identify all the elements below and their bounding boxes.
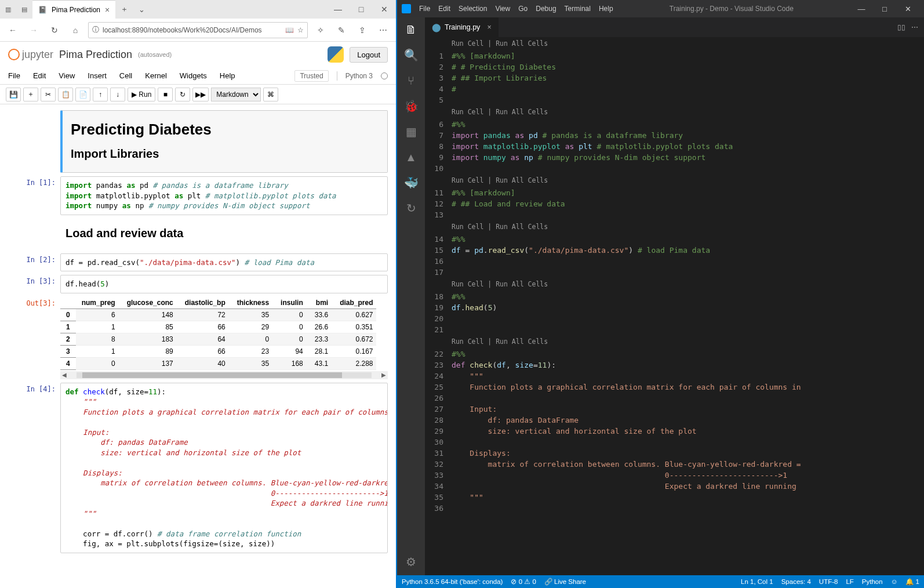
maximize-button[interactable]: □ xyxy=(350,5,373,14)
menu-view[interactable]: View xyxy=(59,71,75,80)
encoding-status[interactable]: UTF-8 xyxy=(819,578,838,585)
extensions-icon[interactable]: ▦ xyxy=(403,124,419,139)
code-line[interactable]: 29 size: vertical and horizontal size of… xyxy=(425,426,924,437)
liveshare-icon[interactable]: ↻ xyxy=(403,201,419,216)
notebook-body[interactable]: Predicting Diabetes Import Libraries In … xyxy=(0,104,396,588)
menu-help[interactable]: Help xyxy=(220,71,235,80)
code-line[interactable]: 9import numpy as np # numpy provides N-d… xyxy=(425,152,924,163)
favorites-icon[interactable]: ✧ xyxy=(312,22,329,38)
run-button[interactable]: ▶ Run xyxy=(128,88,155,101)
cursor-position[interactable]: Ln 1, Col 1 xyxy=(741,578,773,585)
code-line[interactable]: 7import pandas as pd # pandas is a dataf… xyxy=(425,130,924,141)
code-line[interactable]: 12# ## Load and review data xyxy=(425,198,924,209)
menu-help[interactable]: Help xyxy=(599,5,613,13)
codelens[interactable]: Run Cell | Run All Cells xyxy=(425,107,924,118)
notification-bell[interactable]: 🔔 1 xyxy=(905,578,919,586)
codelens[interactable]: Run Cell | Run All Cells xyxy=(425,38,924,49)
codelens[interactable]: Run Cell | Run All Cells xyxy=(425,279,924,290)
back-button[interactable]: ← xyxy=(5,22,21,38)
markdown-cell[interactable]: Load and review data xyxy=(8,219,388,250)
code-line[interactable]: 19df.head(5) xyxy=(425,302,924,313)
trusted-label[interactable]: Trusted xyxy=(294,70,328,82)
problems-count[interactable]: ⊘ 0 ⚠ 0 xyxy=(511,578,536,586)
menu-selection[interactable]: Selection xyxy=(459,5,487,13)
copy-button[interactable]: 📋 xyxy=(58,88,73,101)
logout-button[interactable]: Logout xyxy=(350,47,388,63)
interrupt-button[interactable]: ■ xyxy=(158,88,173,101)
debug-icon[interactable]: 🐞 xyxy=(403,99,419,114)
menu-terminal[interactable]: Terminal xyxy=(565,5,591,13)
menu-file[interactable]: File xyxy=(8,71,20,80)
restart-button[interactable]: ↻ xyxy=(175,88,190,101)
menu-cell[interactable]: Cell xyxy=(119,71,132,80)
code-line[interactable]: 26 xyxy=(425,393,924,404)
menu-insert[interactable]: Insert xyxy=(88,71,107,80)
code-line[interactable]: 2# # Predicting Diabetes xyxy=(425,61,924,72)
code-editor[interactable]: Run Cell | Run All Cells1#%% [markdown]2… xyxy=(425,37,924,575)
code-line[interactable]: 23def check(df, size=11): xyxy=(425,360,924,371)
menu-kernel[interactable]: Kernel xyxy=(145,71,167,80)
codelens[interactable]: Run Cell | Run All Cells xyxy=(425,222,924,233)
code-cell[interactable]: In [1]: import pandas as pd # pandas is … xyxy=(8,176,388,215)
menu-edit[interactable]: Edit xyxy=(33,71,46,80)
code-line[interactable]: 25 Function plots a graphical correlatio… xyxy=(425,382,924,393)
code-line[interactable]: 18#%% xyxy=(425,291,924,302)
code-line[interactable]: 8import matplotlib.pyplot as plt # matpl… xyxy=(425,141,924,152)
code-line[interactable]: 10 xyxy=(425,163,924,174)
dataframe-output[interactable]: num_pregglucose_concdiastolic_bpthicknes… xyxy=(60,297,376,370)
indent-status[interactable]: Spaces: 4 xyxy=(781,578,811,585)
code-line[interactable]: 1#%% [markdown] xyxy=(425,50,924,61)
move-down-button[interactable]: ↓ xyxy=(110,88,125,101)
minimize-button[interactable]: — xyxy=(850,5,873,13)
code-line[interactable]: 31 Displays: xyxy=(425,448,924,459)
code-input[interactable]: df.head(5) xyxy=(60,275,388,293)
split-editor-icon[interactable]: ▯▯ xyxy=(897,23,905,31)
code-line[interactable]: 5 xyxy=(425,95,924,106)
code-line[interactable]: 15df = pd.read_csv("./data/pima-data.csv… xyxy=(425,245,924,256)
code-line[interactable]: 30 xyxy=(425,437,924,448)
add-cell-button[interactable]: ＋ xyxy=(23,88,38,101)
codelens[interactable]: Run Cell | Run All Cells xyxy=(425,175,924,186)
maximize-button[interactable]: □ xyxy=(873,5,896,13)
python-env[interactable]: Python 3.6.5 64-bit ('base': conda) xyxy=(402,578,503,585)
jupyter-logo[interactable]: jupyter xyxy=(8,49,53,61)
restart-run-button[interactable]: ▶▶ xyxy=(192,88,209,101)
code-line[interactable]: 3# ## Import Libraries xyxy=(425,72,924,84)
code-line[interactable]: 16 xyxy=(425,256,924,267)
site-info-icon[interactable]: ⓘ xyxy=(92,25,99,35)
favorite-star-icon[interactable]: ☆ xyxy=(297,26,304,34)
menu-widgets[interactable]: Widgets xyxy=(180,71,207,80)
command-palette-button[interactable]: ⌘ xyxy=(263,88,278,101)
code-line[interactable]: 21 xyxy=(425,324,924,335)
menu-edit[interactable]: Edit xyxy=(438,5,450,13)
eol-status[interactable]: LF xyxy=(846,578,853,585)
source-control-icon[interactable]: ⑂ xyxy=(403,73,419,88)
language-mode[interactable]: Python xyxy=(862,578,883,585)
code-line[interactable]: 34 Expect a darkred line running xyxy=(425,481,924,492)
close-tab-icon[interactable]: × xyxy=(487,23,491,31)
code-input[interactable]: df = pd.read_csv("./data/pima-data.csv")… xyxy=(60,253,388,272)
menu-file[interactable]: File xyxy=(419,5,430,13)
code-line[interactable]: 14#%% xyxy=(425,234,924,245)
markdown-cell[interactable]: Predicting Diabetes Import Libraries xyxy=(8,110,388,173)
close-window-button[interactable]: ✕ xyxy=(373,5,396,14)
code-line[interactable]: 4# xyxy=(425,84,924,95)
celltype-dropdown[interactable]: Markdown xyxy=(211,88,261,101)
code-line[interactable]: 36 xyxy=(425,503,924,514)
share-icon[interactable]: ⇪ xyxy=(354,22,370,38)
scroll-left-arrow[interactable]: ◀ xyxy=(60,372,68,378)
scroll-right-arrow[interactable]: ▶ xyxy=(380,372,388,378)
code-line[interactable]: 22#%% xyxy=(425,349,924,360)
code-line[interactable]: 6#%% xyxy=(425,119,924,130)
search-icon[interactable]: 🔍 xyxy=(403,48,419,63)
paste-button[interactable]: 📄 xyxy=(75,88,90,101)
cut-button[interactable]: ✂ xyxy=(41,88,56,101)
tab-dropdown-icon[interactable]: ⌄ xyxy=(133,5,150,14)
liveshare-status[interactable]: 🔗 Live Share xyxy=(544,578,586,586)
browser-tab[interactable]: 📓 Pima Prediction × xyxy=(32,0,115,19)
scrollbar-thumb[interactable] xyxy=(82,372,342,378)
codelens[interactable]: Run Cell | Run All Cells xyxy=(425,336,924,347)
code-input[interactable]: def check(df, size=11): """ Function plo… xyxy=(60,383,388,553)
feedback-icon[interactable]: ☺ xyxy=(891,578,898,585)
address-bar[interactable]: ⓘ localhost:8890/notebooks/Work%20Docs/A… xyxy=(88,22,308,38)
